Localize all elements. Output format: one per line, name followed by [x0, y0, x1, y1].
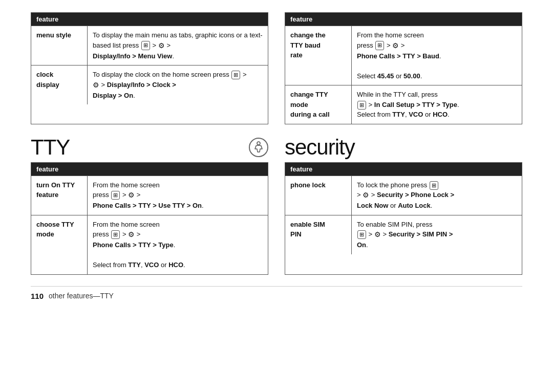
security-table: feature phone lock To lock the phone pre…	[285, 162, 522, 275]
footer-text: other features—TTY	[49, 292, 114, 300]
top-right-header: feature	[285, 13, 522, 26]
tty-title-text: TTY	[31, 137, 70, 158]
menu-icon: ⊞	[231, 71, 240, 79]
menu-icon: ⊞	[111, 230, 120, 239]
menu-icon: ⊞	[375, 41, 384, 50]
settings-icon: ⚙	[158, 40, 165, 51]
table-row: phone lock To lock the phone press ⊞ > ⚙…	[285, 176, 522, 215]
feature-label: change TTYmodeduring a call	[285, 85, 352, 124]
feature-desc: To lock the phone press ⊞ > ⚙ > Security…	[352, 176, 522, 215]
top-left-header: feature	[31, 13, 268, 26]
settings-icon: ⚙	[128, 190, 135, 201]
top-section: feature menu style To display the main m…	[31, 12, 522, 124]
table-row: enable SIMPIN To enable SIM PIN, press ⊞…	[285, 215, 522, 254]
svg-point-0	[257, 142, 260, 145]
feature-desc: From the home screen press ⊞ > ⚙ > Phone…	[88, 176, 268, 215]
feature-label: change theTTY baudrate	[285, 26, 352, 85]
tty-accessibility-icon	[249, 138, 268, 157]
footer: 110 other features—TTY	[31, 286, 522, 300]
feature-label: enable SIMPIN	[285, 215, 352, 254]
feature-desc: To display the main menu as tabs, graphi…	[88, 26, 268, 65]
table-row: turn On TTYfeature From the home screen …	[31, 176, 268, 215]
top-left-table: feature menu style To display the main m…	[31, 12, 268, 124]
settings-icon: ⚙	[93, 80, 99, 91]
table-row: menu style To display the main menu as t…	[31, 26, 268, 65]
table-row: choose TTYmode From the home screen pres…	[31, 215, 268, 274]
feature-desc: From the home screen press ⊞ > ⚙ > Phone…	[352, 26, 522, 85]
feature-label: turn On TTYfeature	[31, 176, 88, 215]
feature-desc: While in the TTY call, press ⊞ > In Call…	[352, 85, 522, 124]
settings-icon: ⚙	[392, 40, 399, 51]
feature-desc: From the home screen press ⊞ > ⚙ > Phone…	[88, 215, 268, 274]
settings-icon: ⚙	[374, 229, 381, 240]
feature-label: phone lock	[285, 176, 352, 215]
security-title: security	[285, 137, 522, 158]
security-block: security feature phone lock To lock the …	[285, 137, 522, 275]
feature-label: clockdisplay	[31, 66, 88, 104]
feature-label: menu style	[31, 26, 88, 65]
feature-desc: To enable SIM PIN, press ⊞ > ⚙ > Securit…	[352, 215, 522, 254]
feature-label: choose TTYmode	[31, 215, 88, 274]
table-row: clockdisplay To display the clock on the…	[31, 65, 268, 104]
menu-icon: ⊞	[141, 41, 150, 50]
tty-table-header: feature	[31, 163, 268, 176]
tty-table: feature turn On TTYfeature From the home…	[31, 162, 268, 275]
settings-icon: ⚙	[128, 229, 135, 240]
menu-icon: ⊞	[357, 101, 366, 110]
feature-desc: To display the clock on the home screen …	[88, 66, 268, 104]
menu-icon: ⊞	[430, 181, 438, 190]
menu-icon: ⊞	[111, 191, 120, 200]
menu-icon: ⊞	[357, 230, 366, 239]
table-row: change TTYmodeduring a call While in the…	[285, 85, 522, 124]
page-number: 110	[31, 292, 44, 300]
security-title-text: security	[285, 137, 355, 158]
top-right-table: feature change theTTY baudrate From the …	[285, 12, 522, 124]
accessibility-icon-svg	[252, 141, 265, 154]
security-table-header: feature	[285, 163, 522, 176]
tty-block: TTY feature turn On TTYfeature From the …	[31, 137, 268, 275]
tty-title: TTY	[31, 137, 268, 158]
table-row: change theTTY baudrate From the home scr…	[285, 26, 522, 85]
settings-icon: ⚙	[363, 190, 369, 201]
bottom-section: TTY feature turn On TTYfeature From the …	[31, 137, 522, 275]
